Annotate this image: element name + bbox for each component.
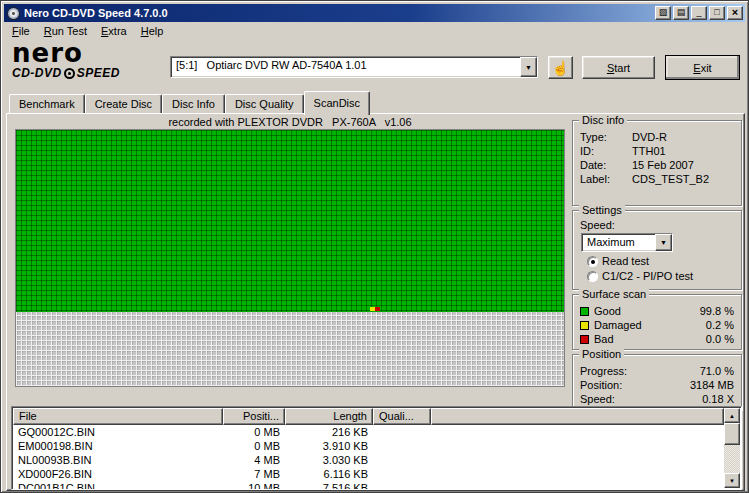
table-row[interactable]: EM000198.BIN 0 MB 3.910 KB [13,439,724,453]
radio-c1c2-circle[interactable] [587,271,598,282]
speed-dropdown[interactable]: Maximum ▼ [581,233,673,252]
speed-dropdown-value: Maximum [582,234,655,251]
good-color-swatch [580,307,589,316]
app-window: Nero CD-DVD Speed 4.7.0.0 ▨ ▤ _ □ × File… [0,0,749,493]
close-button[interactable]: × [727,6,743,20]
position-group: Position Progress: 71.0 % Position: 3184… [572,354,742,410]
disc-info-title: Disc info [579,114,627,126]
window-title: Nero CD-DVD Speed 4.7.0.0 [24,7,653,19]
column-header-length[interactable]: Length [285,408,373,425]
tab-strip: Benchmark Create Disc Disc Info Disc Qua… [9,91,370,113]
menu-file[interactable]: File [5,23,37,39]
drive-selector[interactable]: [5:1] Optiarc DVD RW AD-7540A 1.01 ▼ [170,56,538,78]
radio-read-test[interactable]: Read test [573,255,741,270]
tab-disc-info[interactable]: Disc Info [162,94,225,113]
cd-disc-icon [64,68,75,79]
position-row-speed: Speed: 0.18 X [580,392,734,406]
title-bar: Nero CD-DVD Speed 4.7.0.0 ▨ ▤ _ □ × [4,4,745,22]
scroll-down-icon[interactable]: ▼ [724,473,740,488]
start-button[interactable]: Start [582,56,655,79]
vertical-scrollbar[interactable]: ▲ ▼ [724,408,740,488]
scan-area-scanned [16,130,564,312]
surface-scan-group: Surface scan Good 99.8 % Damaged 0.2 % B… [572,294,742,350]
menu-help[interactable]: Help [134,23,171,39]
menu-run-test[interactable]: Run Test [37,23,94,39]
radio-c1c2-pipo-test[interactable]: C1/C2 - PI/PO test [573,270,741,285]
column-header-file[interactable]: File [13,408,223,425]
speed-dropdown-arrow-icon[interactable]: ▼ [655,234,672,251]
app-icon [7,7,20,20]
menu-extra[interactable]: Extra [94,23,134,39]
settings-group: Settings Speed: Maximum ▼ Read test C1/C… [572,210,742,290]
tab-disc-quality[interactable]: Disc Quality [225,94,304,113]
minimize-button[interactable]: _ [691,6,707,20]
drive-selector-arrow-icon[interactable]: ▼ [520,57,537,77]
settings-title: Settings [579,204,625,216]
scandisc-panel: recorded with PLEXTOR DVDR PX-760A v1.06… [6,113,745,491]
disc-info-row-label: Label: CDS_TEST_B2 [580,172,734,186]
recorded-with-text: recorded with PLEXTOR DVDR PX-760A v1.06 [15,116,565,128]
file-list-header: File Positi... Length Quali... [13,408,724,425]
legend-bad: Bad 0.0 % [580,332,734,346]
hand-icon: ☝ [552,60,569,76]
titlebar-tool1-button[interactable]: ▨ [655,6,671,20]
damaged-sector-marker [370,307,375,311]
tab-create-disc[interactable]: Create Disc [85,94,162,113]
column-header-position[interactable]: Positi... [223,408,285,425]
table-row[interactable]: NL00093B.BIN 4 MB 3.030 KB [13,453,724,467]
legend-good: Good 99.8 % [580,304,734,318]
product-name: CD-DVD SPEED [12,66,164,80]
exit-button[interactable]: Exit [665,55,740,80]
column-header-filler [431,408,724,425]
radio-read-test-circle[interactable] [587,256,598,267]
titlebar-tool2-button[interactable]: ▤ [673,6,689,20]
scroll-up-icon[interactable]: ▲ [724,408,740,423]
disc-info-group: Disc info Type: DVD-R ID: TTH01 Date: 15… [572,120,742,206]
tab-benchmark[interactable]: Benchmark [9,94,85,113]
bad-sector-marker [375,307,380,311]
tab-scandisc[interactable]: ScanDisc [304,91,370,115]
disc-info-row-id: ID: TTH01 [580,144,734,158]
table-row[interactable]: XD000F26.BIN 7 MB 6.116 KB [13,467,724,481]
nero-brand-text: nero [12,41,164,66]
eject-tray-button[interactable]: ☝ [548,56,573,79]
legend-damaged: Damaged 0.2 % [580,318,734,332]
damaged-color-swatch [580,321,589,330]
disc-info-row-type: Type: DVD-R [580,130,734,144]
position-row-position: Position: 3184 MB [580,378,734,392]
maximize-button[interactable]: □ [709,6,725,20]
nero-logo: nero CD-DVD SPEED [12,41,164,80]
bad-color-swatch [580,335,589,344]
surface-scan-title: Surface scan [579,288,649,300]
table-row[interactable]: DC001B1C.BIN 10 MB 7.516 KB [13,481,724,489]
speed-label: Speed: [580,219,734,232]
position-row-progress: Progress: 71.0 % [580,364,734,378]
menu-bar: File Run Test Extra Help [4,22,745,40]
position-title: Position [579,348,624,360]
scrollbar-thumb[interactable] [724,423,740,445]
scan-grid [15,129,565,387]
drive-selector-value: [5:1] Optiarc DVD RW AD-7540A 1.01 [171,57,520,77]
table-row[interactable]: GQ00012C.BIN 0 MB 216 KB [13,425,724,439]
disc-info-row-date: Date: 15 Feb 2007 [580,158,734,172]
file-list: File Positi... Length Quali... GQ00012C.… [11,406,742,490]
column-header-quality[interactable]: Quali... [373,408,431,425]
